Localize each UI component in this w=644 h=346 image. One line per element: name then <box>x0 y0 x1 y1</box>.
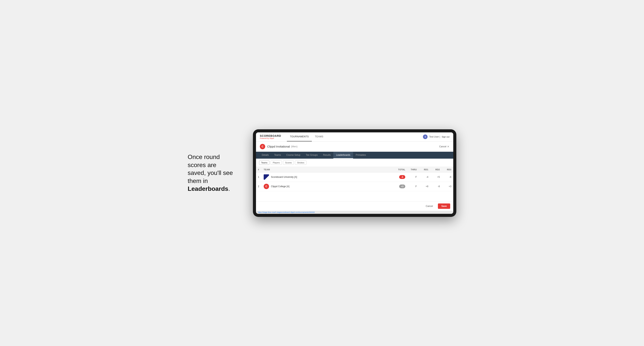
nav-tournaments[interactable]: TOURNAMENTS <box>287 132 312 141</box>
cell-rd1: +8 <box>419 182 430 191</box>
tournament-header: C Clippd Invitational (Men) Cancel ✕ <box>256 142 453 152</box>
tab-tee-groups[interactable]: Tee Groups <box>303 152 320 159</box>
left-text-period: . <box>228 185 230 192</box>
user-name: Test User | <box>429 136 440 138</box>
nav-bar: SCOREBOARD Powered by clippd TOURNAMENTS… <box>256 132 453 142</box>
score-badge: -5 <box>399 175 405 179</box>
cancel-label: Cancel <box>439 145 446 148</box>
col-header-rank: # <box>256 167 262 173</box>
leaderboard-table-container: # TEAM TOTAL THRU RD1 RD2 RD3 1Scoreboar… <box>256 167 453 201</box>
col-header-rd3: RD3 <box>442 167 453 173</box>
col-header-thru: THRU <box>407 167 419 173</box>
cell-total: +3 <box>392 182 407 191</box>
filter-players-btn[interactable]: Players <box>270 161 282 165</box>
tournament-subtitle: (Men) <box>291 145 298 148</box>
nav-right: S Test User | Sign out <box>423 135 450 139</box>
tab-teams[interactable]: Teams <box>272 152 284 159</box>
filter-teams-btn[interactable]: Teams <box>259 161 270 165</box>
logo-powered-text: Powered by <box>260 137 270 139</box>
table-row: 2CClippd College [A]+3F+8-8+3 <box>256 182 453 191</box>
cell-total: -5 <box>392 172 407 182</box>
left-text-bold: Leaderboards <box>188 185 228 192</box>
leaderboard-table: # TEAM TOTAL THRU RD1 RD2 RD3 1Scoreboar… <box>256 167 453 191</box>
col-header-total: TOTAL <box>392 167 407 173</box>
tournament-icon-letter: C <box>262 145 263 148</box>
col-header-team: TEAM <box>262 167 392 173</box>
filter-strokes-btn[interactable]: Strokes <box>295 161 306 165</box>
table-row: 1Scoreboard University [A]-5F-4+5-6 <box>256 172 453 182</box>
user-initial: S <box>425 136 426 138</box>
left-description: Once round scores are saved, you'll see … <box>188 153 242 193</box>
footer-cancel-btn[interactable]: Cancel <box>423 203 436 209</box>
left-text-line4: them in <box>188 177 208 184</box>
logo-title: SCOREBOARD <box>260 134 281 137</box>
tabs-bar: Details Teams Course Setup Tee Groups Re… <box>256 152 453 159</box>
url-bar: https://stage-blue-coach.stagescoreboard… <box>256 211 453 214</box>
nav-teams[interactable]: TEAMS <box>312 132 326 141</box>
logo-sub: Powered by clippd <box>260 137 281 139</box>
cell-team: Scoreboard University [A] <box>262 172 392 182</box>
col-header-rd2: RD2 <box>430 167 442 173</box>
sign-out-link[interactable]: Sign out <box>442 136 450 138</box>
cell-rd1: -4 <box>419 172 430 182</box>
cell-rank: 1 <box>256 172 262 182</box>
cell-rd2: +5 <box>430 172 442 182</box>
cell-thru: F <box>407 182 419 191</box>
cell-team: CClippd College [A] <box>262 182 392 191</box>
tournament-cancel-btn[interactable]: Cancel ✕ <box>439 145 450 148</box>
col-header-rd1: RD1 <box>419 167 430 173</box>
cell-rd3: +3 <box>442 182 453 191</box>
cell-rd2: -8 <box>430 182 442 191</box>
filter-bar: Teams Players Scores Strokes <box>256 159 453 167</box>
user-avatar: S <box>423 135 428 139</box>
team-name: Clippd College [A] <box>271 185 290 188</box>
score-badge: +3 <box>399 184 405 188</box>
left-text-line1: Once round <box>188 154 220 160</box>
footer-save-btn[interactable]: Save <box>438 203 450 209</box>
tab-leaderboards[interactable]: Leaderboards <box>333 152 353 159</box>
cell-rd3: -6 <box>442 172 453 182</box>
cancel-x-icon: ✕ <box>447 145 450 148</box>
cell-rank: 2 <box>256 182 262 191</box>
tablet-frame: SCOREBOARD Powered by clippd TOURNAMENTS… <box>253 129 456 217</box>
tab-printables[interactable]: Printables <box>353 152 369 159</box>
tournament-icon: C <box>260 144 265 149</box>
logo-brand-text: clippd <box>270 137 274 139</box>
filter-scores-btn[interactable]: Scores <box>283 161 294 165</box>
team-name: Scoreboard University [A] <box>271 176 297 178</box>
tablet-screen: SCOREBOARD Powered by clippd TOURNAMENTS… <box>256 132 453 214</box>
left-text-line3: saved, you'll see <box>188 169 233 176</box>
tab-course-setup[interactable]: Course Setup <box>284 152 303 159</box>
team-logo-c: C <box>264 184 269 189</box>
footer-bar: Cancel Save <box>256 201 453 211</box>
tab-details[interactable]: Details <box>259 152 272 159</box>
left-text-line2: scores are <box>188 162 216 169</box>
cell-thru: F <box>407 172 419 182</box>
team-logo-img <box>264 174 269 180</box>
tournament-title: Clippd Invitational <box>267 145 290 148</box>
tab-results[interactable]: Results <box>320 152 333 159</box>
nav-links: TOURNAMENTS TEAMS <box>287 132 326 141</box>
url-text: https://stage-blue-coach.stagescoreboard… <box>258 211 315 213</box>
logo-area: SCOREBOARD Powered by clippd <box>260 134 281 139</box>
